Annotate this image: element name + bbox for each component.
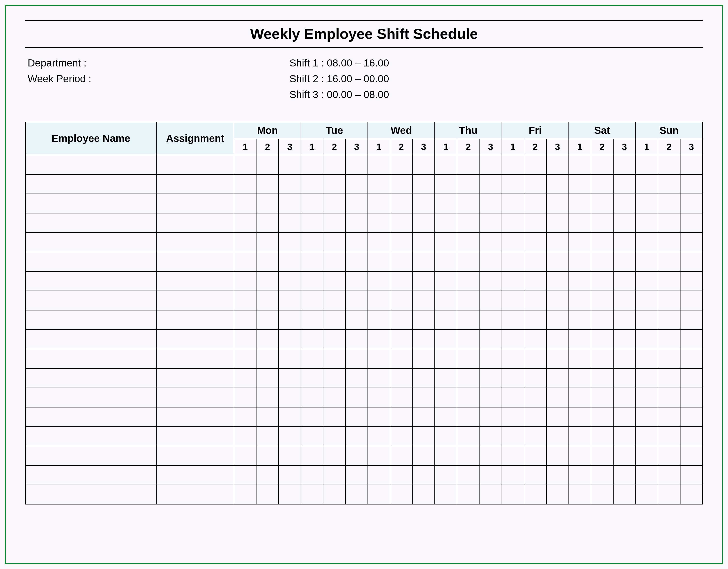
shift-cell[interactable] <box>256 465 279 485</box>
shift-cell[interactable] <box>345 349 368 369</box>
shift-cell[interactable] <box>546 388 569 407</box>
shift-cell[interactable] <box>524 155 546 174</box>
shift-cell[interactable] <box>234 291 256 310</box>
shift-cell[interactable] <box>479 427 502 446</box>
shift-cell[interactable] <box>658 330 680 349</box>
shift-cell[interactable] <box>412 330 435 349</box>
shift-cell[interactable] <box>234 330 256 349</box>
shift-cell[interactable] <box>591 388 613 407</box>
shift-cell[interactable] <box>368 330 390 349</box>
shift-cell[interactable] <box>546 310 569 330</box>
shift-cell[interactable] <box>390 330 412 349</box>
shift-cell[interactable] <box>524 485 546 504</box>
shift-cell[interactable] <box>546 485 569 504</box>
shift-cell[interactable] <box>546 369 569 388</box>
shift-cell[interactable] <box>636 427 658 446</box>
shift-cell[interactable] <box>680 427 703 446</box>
shift-cell[interactable] <box>412 388 435 407</box>
shift-cell[interactable] <box>368 427 390 446</box>
shift-cell[interactable] <box>680 349 703 369</box>
shift-cell[interactable] <box>591 155 613 174</box>
shift-cell[interactable] <box>412 232 435 252</box>
shift-cell[interactable] <box>546 232 569 252</box>
shift-cell[interactable] <box>636 232 658 252</box>
shift-cell[interactable] <box>390 174 412 194</box>
shift-cell[interactable] <box>457 194 479 213</box>
shift-cell[interactable] <box>613 349 636 369</box>
shift-cell[interactable] <box>279 427 301 446</box>
shift-cell[interactable] <box>345 194 368 213</box>
shift-cell[interactable] <box>435 330 457 349</box>
shift-cell[interactable] <box>524 446 546 465</box>
shift-cell[interactable] <box>636 291 658 310</box>
shift-cell[interactable] <box>502 174 524 194</box>
shift-cell[interactable] <box>234 213 256 232</box>
shift-cell[interactable] <box>658 446 680 465</box>
shift-cell[interactable] <box>345 310 368 330</box>
shift-cell[interactable] <box>301 155 323 174</box>
assignment-cell[interactable] <box>156 446 234 465</box>
shift-cell[interactable] <box>390 213 412 232</box>
shift-cell[interactable] <box>301 485 323 504</box>
shift-cell[interactable] <box>613 388 636 407</box>
shift-cell[interactable] <box>279 330 301 349</box>
shift-cell[interactable] <box>613 369 636 388</box>
shift-cell[interactable] <box>569 252 591 271</box>
shift-cell[interactable] <box>569 155 591 174</box>
shift-cell[interactable] <box>569 194 591 213</box>
shift-cell[interactable] <box>435 252 457 271</box>
shift-cell[interactable] <box>569 310 591 330</box>
assignment-cell[interactable] <box>156 427 234 446</box>
shift-cell[interactable] <box>234 446 256 465</box>
shift-cell[interactable] <box>613 310 636 330</box>
shift-cell[interactable] <box>591 369 613 388</box>
shift-cell[interactable] <box>256 388 279 407</box>
shift-cell[interactable] <box>234 252 256 271</box>
shift-cell[interactable] <box>390 252 412 271</box>
shift-cell[interactable] <box>613 446 636 465</box>
shift-cell[interactable] <box>636 213 658 232</box>
shift-cell[interactable] <box>390 446 412 465</box>
shift-cell[interactable] <box>234 310 256 330</box>
shift-cell[interactable] <box>546 427 569 446</box>
employee-name-cell[interactable] <box>25 252 156 271</box>
shift-cell[interactable] <box>502 349 524 369</box>
shift-cell[interactable] <box>457 310 479 330</box>
shift-cell[interactable] <box>502 369 524 388</box>
shift-cell[interactable] <box>613 232 636 252</box>
shift-cell[interactable] <box>234 407 256 427</box>
shift-cell[interactable] <box>412 310 435 330</box>
shift-cell[interactable] <box>479 446 502 465</box>
shift-cell[interactable] <box>412 427 435 446</box>
shift-cell[interactable] <box>613 155 636 174</box>
shift-cell[interactable] <box>613 465 636 485</box>
shift-cell[interactable] <box>435 271 457 291</box>
shift-cell[interactable] <box>591 174 613 194</box>
shift-cell[interactable] <box>524 213 546 232</box>
shift-cell[interactable] <box>234 349 256 369</box>
shift-cell[interactable] <box>301 330 323 349</box>
shift-cell[interactable] <box>345 271 368 291</box>
shift-cell[interactable] <box>301 407 323 427</box>
shift-cell[interactable] <box>479 465 502 485</box>
shift-cell[interactable] <box>658 291 680 310</box>
employee-name-cell[interactable] <box>25 271 156 291</box>
shift-cell[interactable] <box>680 407 703 427</box>
shift-cell[interactable] <box>301 427 323 446</box>
shift-cell[interactable] <box>636 485 658 504</box>
shift-cell[interactable] <box>345 330 368 349</box>
shift-cell[interactable] <box>502 407 524 427</box>
shift-cell[interactable] <box>479 310 502 330</box>
shift-cell[interactable] <box>524 427 546 446</box>
shift-cell[interactable] <box>435 407 457 427</box>
shift-cell[interactable] <box>301 213 323 232</box>
shift-cell[interactable] <box>256 407 279 427</box>
shift-cell[interactable] <box>569 271 591 291</box>
shift-cell[interactable] <box>502 310 524 330</box>
shift-cell[interactable] <box>435 155 457 174</box>
shift-cell[interactable] <box>345 155 368 174</box>
shift-cell[interactable] <box>546 330 569 349</box>
shift-cell[interactable] <box>457 388 479 407</box>
shift-cell[interactable] <box>301 232 323 252</box>
shift-cell[interactable] <box>524 465 546 485</box>
